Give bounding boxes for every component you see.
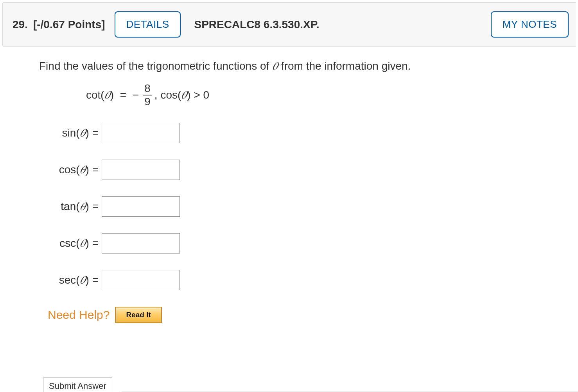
theta-symbol: 𝜃: [80, 274, 86, 286]
my-notes-button[interactable]: MY NOTES: [491, 11, 569, 38]
given-func: cot(: [86, 89, 104, 101]
answer-row-sec: sec(𝜃) =: [39, 270, 566, 290]
theta-symbol: 𝜃: [80, 164, 86, 176]
question-prompt: Find the values of the trigonometric fun…: [39, 60, 566, 73]
csc-input[interactable]: [102, 233, 180, 254]
answer-label: sec(𝜃) =: [47, 274, 102, 287]
cos-input[interactable]: [102, 160, 180, 180]
prompt-text-pre: Find the values of the trigonometric fun…: [39, 60, 272, 72]
theta-symbol: 𝜃: [80, 127, 86, 139]
theta-symbol: 𝜃: [104, 89, 110, 102]
label-post: ) =: [86, 237, 99, 249]
submit-answer-button[interactable]: Submit Answer: [43, 378, 112, 392]
label-pre: csc(: [59, 237, 79, 249]
question-content: Find the values of the trigonometric fun…: [0, 47, 578, 323]
assignment-code: SPRECALC8 6.3.530.XP.: [194, 18, 481, 31]
prompt-text-post: from the information given.: [278, 60, 411, 72]
label-post: ) =: [86, 274, 99, 286]
read-it-button[interactable]: Read It: [115, 307, 162, 323]
given-eq: ) = −: [110, 89, 141, 101]
question-header: 29. [-/0.67 Points] DETAILS SPRECALC8 6.…: [2, 2, 576, 47]
theta-symbol: 𝜃: [272, 60, 278, 72]
need-help-label: Need Help?: [48, 308, 109, 322]
answer-label: tan(𝜃) =: [47, 200, 102, 213]
fraction-numerator: 8: [143, 83, 152, 95]
given-condition: ) > 0: [187, 89, 209, 101]
label-pre: sec(: [59, 274, 80, 286]
points-label: [-/0.67 Points]: [33, 18, 105, 31]
question-number: 29.: [13, 18, 28, 31]
answer-label: csc(𝜃) =: [47, 237, 102, 250]
need-help-row: Need Help? Read It: [39, 307, 566, 323]
details-button[interactable]: DETAILS: [115, 11, 181, 38]
label-post: ) =: [86, 127, 99, 139]
sin-input[interactable]: [102, 123, 180, 143]
label-pre: sin(: [62, 127, 79, 139]
sec-input[interactable]: [102, 270, 180, 290]
answer-label: sin(𝜃) =: [47, 127, 102, 140]
given-separator: , cos(: [154, 89, 181, 101]
given-expression: cot(𝜃) = − 8 9 , cos(𝜃) > 0: [39, 83, 566, 107]
answer-row-cos: cos(𝜃) =: [39, 160, 566, 180]
answer-row-tan: tan(𝜃) =: [39, 196, 566, 217]
theta-symbol: 𝜃: [181, 89, 187, 102]
label-post: ) =: [86, 164, 99, 176]
answer-row-csc: csc(𝜃) =: [39, 233, 566, 254]
label-post: ) =: [86, 200, 99, 212]
tan-input[interactable]: [102, 196, 180, 217]
answer-label: cos(𝜃) =: [47, 164, 102, 176]
label-pre: cos(: [59, 164, 80, 176]
answer-row-sin: sin(𝜃) =: [39, 123, 566, 143]
fraction: 8 9: [143, 83, 152, 107]
theta-symbol: 𝜃: [80, 237, 86, 249]
theta-symbol: 𝜃: [80, 200, 86, 212]
bottom-row: Submit Answer: [39, 378, 578, 392]
fraction-denominator: 9: [143, 95, 152, 107]
label-pre: tan(: [61, 200, 79, 212]
